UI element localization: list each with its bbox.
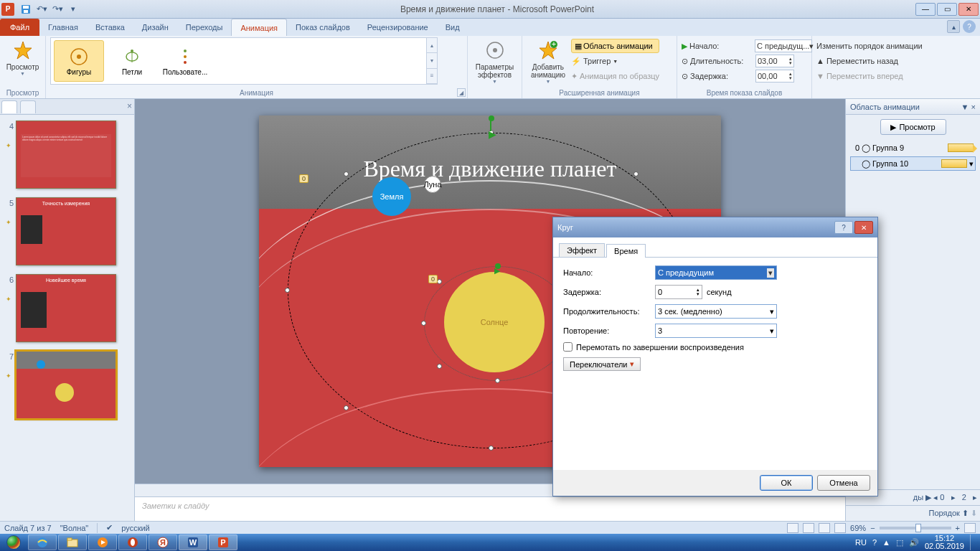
tab-animations[interactable]: Анимация	[231, 19, 287, 36]
tray-lang[interactable]: RU	[855, 538, 867, 547]
pane-menu-icon[interactable]: ▼	[961, 103, 969, 111]
move-earlier-button[interactable]: ▲Переместить назад	[816, 54, 898, 68]
svg-text:+: +	[552, 39, 556, 48]
notes-placeholder[interactable]: Заметки к слайду	[135, 496, 845, 521]
reorder-up-icon[interactable]: ⬆	[962, 509, 969, 517]
earth-shape[interactable]: Земля	[372, 177, 411, 216]
gallery-item-shapes[interactable]: Фигуры	[54, 40, 104, 82]
fit-to-window-icon[interactable]	[964, 523, 976, 533]
tab-slideshow[interactable]: Показ слайдов	[287, 19, 359, 36]
show-desktop-button[interactable]	[970, 534, 976, 550]
repeat-select[interactable]: 3▾	[655, 324, 777, 338]
gallery-item-custom[interactable]: Пользовате...	[160, 40, 210, 82]
pane-icon: ▦	[575, 42, 582, 51]
zoom-slider[interactable]	[880, 527, 951, 529]
start-select[interactable]: С предыдущим▾	[655, 265, 777, 280]
tray-flag-icon[interactable]: ▲	[882, 538, 890, 547]
ribbon-tabs: Файл Главная Вставка Дизайн Переходы Ани…	[0, 19, 980, 36]
sorter-view-icon[interactable]	[803, 523, 814, 533]
tab-home[interactable]: Главная	[39, 19, 87, 36]
circle-path-icon: ◯	[862, 159, 870, 169]
slide-thumbnail[interactable]: 6✦ Новейшее время	[4, 274, 130, 342]
task-powerpoint[interactable]: P	[209, 534, 237, 550]
preview-button[interactable]: Просмотр ▼	[4, 37, 41, 77]
start-select[interactable]: С предыдущ...▾	[755, 39, 812, 52]
tab-review[interactable]: Рецензирование	[359, 19, 437, 36]
outline-tab[interactable]	[20, 100, 36, 113]
start-button[interactable]	[0, 534, 27, 551]
duration-spinner[interactable]: 03,00▴▾	[755, 55, 794, 67]
moon-shape[interactable]: Луна	[424, 176, 441, 193]
svg-rect-2	[24, 10, 28, 13]
task-opera[interactable]	[118, 534, 147, 550]
triggers-toggle[interactable]: Переключатели ▾	[563, 357, 641, 371]
pane-close-icon[interactable]: ×	[971, 103, 976, 111]
tray-date[interactable]: 02.05.2019	[925, 542, 964, 550]
animation-list-item[interactable]: 0 ◯ Группа 9	[850, 141, 976, 155]
effect-options-button[interactable]: Параметры эффектов ▼	[472, 37, 517, 85]
item-menu-icon[interactable]: ▾	[969, 159, 974, 169]
delay-spinner[interactable]: 0▴▾	[655, 285, 702, 299]
svg-point-5	[77, 55, 81, 59]
sun-shape[interactable]: Солнце	[444, 272, 545, 372]
cancel-button[interactable]: Отмена	[817, 475, 870, 491]
tab-insert[interactable]: Вставка	[87, 19, 133, 36]
duration-select[interactable]: 3 сек. (медленно)▾	[655, 304, 777, 319]
language-label[interactable]: русский	[121, 524, 149, 532]
play-animations-button[interactable]: ▶ Просмотр	[880, 119, 946, 135]
tab-transitions[interactable]: Переходы	[177, 19, 232, 36]
thumbnails-tab[interactable]	[1, 100, 17, 113]
dialog-tab-effect[interactable]: Эффект	[559, 243, 605, 257]
qat-customize-icon[interactable]: ▾	[66, 2, 80, 17]
minimize-button[interactable]: —	[915, 3, 936, 16]
slide-thumbnail[interactable]: 7✦ Время и движение планет	[4, 351, 130, 419]
ribbon-minimize-icon[interactable]: ▴	[947, 20, 960, 33]
slide-thumbnail[interactable]: 5✦ Точность измерения	[4, 197, 130, 265]
tray-volume-icon[interactable]: 🔊	[909, 538, 919, 547]
task-ie[interactable]	[28, 534, 57, 550]
task-wmp[interactable]	[88, 534, 117, 550]
zoom-level[interactable]: 69%	[850, 524, 866, 532]
close-pane-icon[interactable]: ×	[127, 101, 132, 111]
tray-help-icon[interactable]: ?	[872, 538, 877, 547]
tab-design[interactable]: Дизайн	[133, 19, 177, 36]
qat-undo-icon[interactable]: ↶▾	[34, 2, 49, 17]
trigger-button[interactable]: ⚡ Триггер ▼	[571, 54, 659, 68]
animation-pane-button[interactable]: ▦ Область анимации	[571, 39, 659, 53]
dialog-help-icon[interactable]: ?	[834, 221, 853, 234]
gallery-item-loops[interactable]: Петли	[107, 40, 157, 82]
task-explorer[interactable]	[58, 534, 87, 550]
help-icon[interactable]: ?	[963, 20, 976, 33]
slide-thumbnail[interactable]: 4✦ Единицы измерения времениLorem ipsum …	[4, 121, 130, 189]
task-yandex[interactable]: Я	[149, 534, 177, 550]
delay-spinner[interactable]: 00,00▴▾	[755, 70, 794, 83]
add-animation-button[interactable]: + Добавить анимацию ▼	[527, 37, 570, 85]
anim-tag[interactable]: 0	[428, 275, 438, 283]
dialog-tab-timing[interactable]: Время	[606, 244, 646, 258]
qat-redo-icon[interactable]: ↷▾	[50, 2, 65, 17]
svg-point-11	[493, 48, 497, 52]
normal-view-icon[interactable]	[787, 523, 798, 533]
rewind-checkbox[interactable]	[563, 342, 573, 352]
animation-dialog-launcher[interactable]: ◢	[457, 88, 466, 97]
maximize-button[interactable]: ▭	[937, 3, 957, 16]
ok-button[interactable]: ОК	[760, 475, 813, 491]
painter-icon: ✦	[571, 72, 578, 81]
dialog-close-button[interactable]: ✕	[854, 221, 873, 234]
animation-list-item[interactable]: ◯ Группа 10 ▾	[850, 156, 976, 171]
animation-gallery[interactable]: Фигуры Петли Пользовате... ▴▾≡	[50, 37, 438, 85]
tray-network-icon[interactable]: ⬚	[896, 538, 903, 547]
zoom-out-icon[interactable]: −	[870, 524, 875, 532]
tab-file[interactable]: Файл	[0, 19, 39, 36]
reading-view-icon[interactable]	[819, 523, 830, 533]
tab-view[interactable]: Вид	[437, 19, 468, 36]
reorder-down-icon[interactable]: ⬇	[971, 509, 977, 517]
spellcheck-icon[interactable]: ✔	[106, 523, 113, 532]
qat-save-icon[interactable]	[19, 2, 33, 17]
anim-tag[interactable]: 0	[299, 174, 308, 183]
close-button[interactable]: ✕	[958, 3, 979, 16]
task-word[interactable]: W	[179, 534, 207, 550]
gallery-scroll[interactable]: ▴▾≡	[426, 38, 437, 84]
zoom-in-icon[interactable]: +	[956, 524, 960, 532]
slideshow-view-icon[interactable]	[834, 523, 846, 533]
